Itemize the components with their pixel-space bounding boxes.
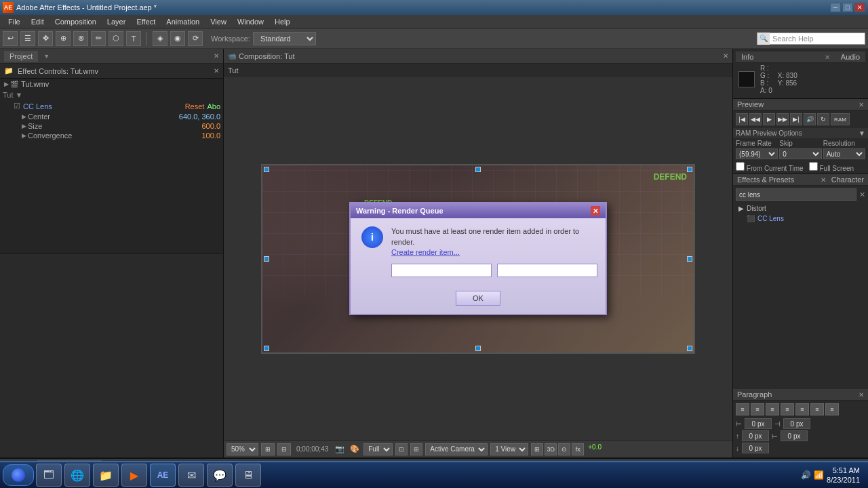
grid-btn[interactable]: ⊟ xyxy=(277,443,291,455)
menu-help[interactable]: Help xyxy=(269,16,296,27)
cclens-item[interactable]: ⬛ CC Lens xyxy=(733,214,868,224)
full-screen-label[interactable]: Full Screen xyxy=(809,162,854,172)
menu-effect[interactable]: Effect xyxy=(131,16,161,27)
justify-all-btn[interactable]: ≡ xyxy=(825,403,839,415)
prev-back-btn[interactable]: ◀◀ xyxy=(749,113,762,125)
tool-btn-4[interactable]: ⊕ xyxy=(56,31,71,46)
taskbar-app-ae[interactable]: AE xyxy=(150,464,176,487)
tool-btn-10[interactable]: ◉ xyxy=(170,31,185,46)
character-tab[interactable]: Character xyxy=(831,176,864,184)
minimize-button[interactable]: ─ xyxy=(830,3,841,12)
space-before-input[interactable] xyxy=(742,430,769,441)
menu-composition[interactable]: Composition xyxy=(50,16,102,27)
fx-btn[interactable]: fx xyxy=(572,443,584,455)
tool-btn-2[interactable]: ☰ xyxy=(20,31,35,46)
indent-right-input[interactable] xyxy=(783,418,810,429)
effect-controls-tab[interactable]: Effect Controls: Tut.wmv xyxy=(18,67,98,75)
effects-panel-close[interactable]: ✕ xyxy=(821,176,826,184)
align-center-btn[interactable]: ≡ xyxy=(751,403,764,415)
paragraph-close[interactable]: ✕ xyxy=(859,391,864,399)
comp-tab[interactable]: Composition: Tut xyxy=(239,52,295,60)
reset-button[interactable]: Reset xyxy=(185,102,205,110)
indent-first-input[interactable] xyxy=(781,430,808,441)
3d-btn[interactable]: 3D xyxy=(545,443,557,455)
maximize-button[interactable]: □ xyxy=(842,3,853,12)
region-btn[interactable]: ⊞ xyxy=(410,443,422,455)
tree-item-tutwmv[interactable]: ▶ 🎬 Tut.wmv xyxy=(0,79,223,89)
menu-animation[interactable]: Animation xyxy=(161,16,205,27)
project-panel-close[interactable]: ✕ xyxy=(214,52,219,60)
tool-btn-9[interactable]: ◈ xyxy=(153,31,167,46)
prev-audio-btn[interactable]: 🔊 xyxy=(804,113,816,125)
center-value[interactable]: 640.0, 360.0 xyxy=(179,113,220,121)
about-button[interactable]: Abo xyxy=(207,102,220,110)
resolution-select[interactable]: Auto xyxy=(823,148,865,159)
close-button[interactable]: ✕ xyxy=(854,3,865,12)
taskbar-app-ie[interactable]: 🌐 xyxy=(64,464,90,487)
taskbar-app-explorer[interactable]: 🗔 xyxy=(36,464,62,487)
tool-btn-1[interactable]: ↩ xyxy=(3,31,18,46)
taskbar-app-media[interactable]: ▶ xyxy=(121,464,147,487)
tool-btn-6[interactable]: ✏ xyxy=(91,31,106,46)
transparency-btn[interactable]: ⊡ xyxy=(395,443,408,455)
effect-controls-close[interactable]: ✕ xyxy=(214,67,219,75)
tool-btn-7[interactable]: ⬡ xyxy=(108,31,123,46)
align-right-btn[interactable]: ≡ xyxy=(766,403,779,415)
taskbar-app-chat[interactable]: 💬 xyxy=(207,464,233,487)
search-help-input[interactable] xyxy=(770,35,858,43)
taskbar-app-files[interactable]: 📁 xyxy=(93,464,119,487)
frame-rate-select[interactable]: (59.94) xyxy=(736,148,778,159)
render-icon[interactable]: ⊞ xyxy=(531,443,543,455)
tool-btn-5[interactable]: ⊗ xyxy=(73,31,88,46)
effect-enabled-icon[interactable]: ☑ xyxy=(14,102,20,110)
prev-loop-btn[interactable]: ↻ xyxy=(817,113,829,125)
tool-btn-8[interactable]: T xyxy=(126,31,141,46)
tool-btn-11[interactable]: ⟳ xyxy=(188,31,203,46)
align-left-btn[interactable]: ≡ xyxy=(736,403,749,415)
dialog-close-button[interactable]: ✕ xyxy=(591,206,600,216)
menu-view[interactable]: View xyxy=(205,16,232,27)
menu-layer[interactable]: Layer xyxy=(102,16,132,27)
info-panel-close[interactable]: ✕ xyxy=(825,54,830,61)
prev-play-btn[interactable]: ▶ xyxy=(763,113,775,125)
space-after-input[interactable] xyxy=(742,443,769,453)
justify-right-btn[interactable]: ≡ xyxy=(810,403,824,415)
menu-edit[interactable]: Edit xyxy=(26,16,50,27)
dialog-panel-input[interactable] xyxy=(391,264,492,277)
comp-tut-tab[interactable]: Tut xyxy=(228,66,239,75)
comp-panel-close[interactable]: ✕ xyxy=(723,52,728,60)
magnification-dropdown[interactable]: Full xyxy=(363,443,393,455)
dialog-render-input[interactable] xyxy=(497,264,597,277)
prev-first-btn[interactable]: |◀ xyxy=(736,113,748,125)
color-btn[interactable]: 🎨 xyxy=(349,443,361,455)
size-value[interactable]: 600.0 xyxy=(201,122,220,130)
tool-btn-3[interactable]: ✥ xyxy=(38,31,53,46)
menu-window[interactable]: Window xyxy=(232,16,269,27)
workspace-dropdown[interactable]: Standard xyxy=(253,32,316,45)
effects-search-clear[interactable]: ✕ xyxy=(859,190,865,199)
from-current-checkbox[interactable] xyxy=(736,162,745,171)
indent-left-input[interactable] xyxy=(745,418,772,429)
views-dropdown[interactable]: 1 View xyxy=(490,443,528,455)
menu-file[interactable]: File xyxy=(3,16,26,27)
motion-blur-btn[interactable]: ⊙ xyxy=(558,443,570,455)
full-screen-checkbox[interactable] xyxy=(809,162,818,171)
tab-project[interactable]: Project xyxy=(4,51,38,62)
justify-left-btn[interactable]: ≡ xyxy=(781,403,794,415)
start-button[interactable] xyxy=(3,464,34,486)
from-current-label[interactable]: From Current Time xyxy=(736,162,804,172)
skip-select[interactable]: 0 xyxy=(779,148,821,159)
audio-tab[interactable]: Audio xyxy=(835,52,865,62)
convergence-value[interactable]: 100.0 xyxy=(201,131,220,140)
taskbar-app-monitor[interactable]: 🖥 xyxy=(235,464,261,487)
camera-view-dropdown[interactable]: Active Camera xyxy=(425,443,488,455)
preview-panel-close[interactable]: ✕ xyxy=(859,101,864,108)
prev-ram-btn[interactable]: RAM xyxy=(831,113,850,125)
zoom-dropdown[interactable]: 50% xyxy=(226,443,258,455)
prev-fwd-btn[interactable]: ▶▶ xyxy=(776,113,789,125)
search-help-box[interactable]: 🔍 xyxy=(757,33,865,45)
taskbar-app-mail[interactable]: ✉ xyxy=(178,464,204,487)
dialog-create-link[interactable]: Create render item... xyxy=(391,248,460,256)
pixel-aspect-btn[interactable]: ⊞ xyxy=(261,443,275,455)
dialog-ok-button[interactable]: OK xyxy=(456,291,500,306)
